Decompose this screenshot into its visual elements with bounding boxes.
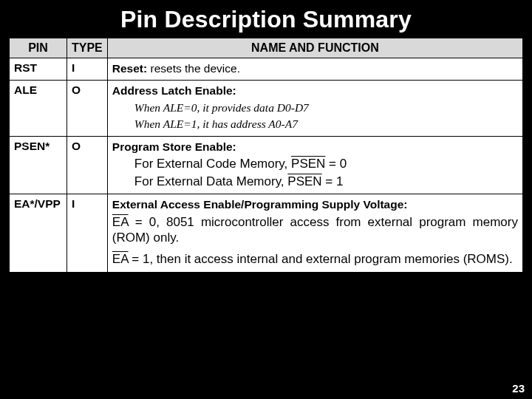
pin-table: PIN TYPE NAME AND FUNCTION RST I Reset: … [9, 38, 523, 273]
overline-ea: EA [112, 215, 129, 229]
table-row: PSEN* O Program Store Enable: For Extern… [10, 136, 523, 194]
desc-detail: EA = 1, then it access internal and exte… [112, 251, 518, 267]
slide-title: Pin Description Summary [0, 0, 532, 38]
desc-title: Address Latch Enable: [112, 84, 236, 97]
table-header-row: PIN TYPE NAME AND FUNCTION [10, 38, 523, 58]
overline-psen: PSEN [287, 174, 321, 188]
header-name-fn: NAME AND FUNCTION [107, 38, 522, 58]
desc-title: External Access Enable/Programming Suppl… [112, 198, 408, 211]
desc-detail: When ALE=0, it provides data D0-D7 [112, 100, 518, 115]
type-cell: O [67, 81, 108, 136]
pin-cell: PSEN* [10, 136, 67, 194]
desc-title: Program Store Enable: [112, 140, 236, 153]
table-row: EA*/VPP I External Access Enable/Program… [10, 194, 523, 272]
desc-cell: Reset: resets the device. [107, 58, 522, 81]
table-row: ALE O Address Latch Enable: When ALE=0, … [10, 81, 523, 136]
type-cell: I [67, 58, 108, 81]
type-cell: O [67, 136, 108, 194]
pin-cell: EA*/VPP [10, 194, 67, 272]
table-row: RST I Reset: resets the device. [10, 58, 523, 81]
header-type: TYPE [67, 38, 108, 58]
desc-cell: External Access Enable/Programming Suppl… [107, 194, 522, 272]
pin-cell: ALE [10, 81, 67, 136]
desc-text: resets the device. [151, 62, 240, 75]
desc-detail: For External Code Memory, PSEN = 0 [112, 156, 518, 171]
overline-psen: PSEN [291, 157, 325, 171]
overline-ea: EA [112, 252, 129, 266]
desc-detail: When ALE=1, it has address A0-A7 [112, 117, 518, 131]
desc-title: Reset: [112, 62, 147, 75]
desc-cell: Address Latch Enable: When ALE=0, it pro… [107, 81, 522, 136]
desc-detail: For External Data Memory, PSEN = 1 [112, 174, 518, 189]
desc-cell: Program Store Enable: For External Code … [107, 136, 522, 194]
header-pin: PIN [10, 38, 67, 58]
page-number: 23 [512, 382, 525, 395]
type-cell: I [67, 194, 108, 272]
pin-cell: RST [10, 58, 67, 81]
desc-detail: EA = 0, 8051 microcontroller access from… [112, 214, 518, 246]
